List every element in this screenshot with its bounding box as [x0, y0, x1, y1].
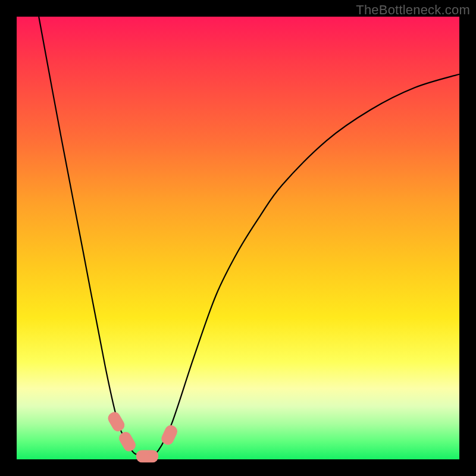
curve-markers	[106, 410, 179, 462]
curve-marker	[136, 450, 158, 462]
plot-area	[17, 17, 459, 459]
curve-marker	[117, 430, 138, 453]
curve-marker	[106, 410, 127, 433]
bottleneck-curve	[39, 17, 459, 455]
chart-frame: TheBottleneck.com	[0, 0, 476, 476]
chart-svg	[17, 17, 459, 459]
watermark-text: TheBottleneck.com	[356, 2, 470, 18]
